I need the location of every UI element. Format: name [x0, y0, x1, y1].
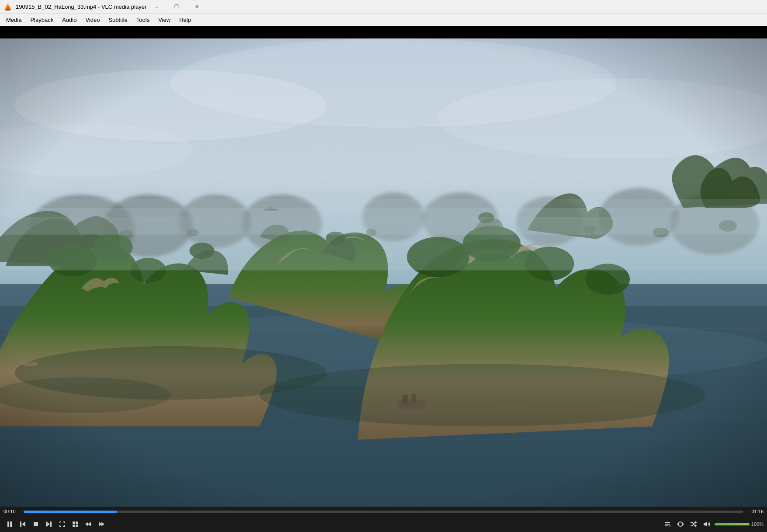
- menu-tools[interactable]: Tools: [132, 15, 154, 25]
- extended-settings-button[interactable]: [69, 518, 81, 530]
- svg-rect-77: [665, 525, 668, 526]
- svg-marker-81: [695, 525, 697, 527]
- frame-prev-icon: [85, 521, 92, 528]
- pause-button[interactable]: [3, 518, 16, 530]
- video-frame: [0, 38, 767, 507]
- menu-playback[interactable]: Playback: [26, 15, 58, 25]
- video-area[interactable]: [0, 38, 767, 507]
- playlist-icon: [664, 521, 671, 528]
- frame-next-icon: [98, 521, 105, 528]
- svg-rect-70: [76, 525, 78, 527]
- svg-rect-68: [76, 522, 78, 524]
- svg-rect-75: [665, 522, 670, 523]
- volume-area: 100%: [701, 518, 764, 530]
- window-title: 190915_B_02_HaLong_33.mp4 - VLC media pl…: [16, 3, 146, 10]
- time-total: 01:16: [747, 509, 764, 514]
- volume-fill: [715, 523, 750, 525]
- buttons-row: 100%: [0, 516, 767, 532]
- svg-rect-60: [7, 522, 9, 527]
- svg-rect-2: [6, 9, 10, 10]
- next-button[interactable]: [43, 518, 55, 530]
- menu-view[interactable]: View: [154, 15, 175, 25]
- volume-icon: [703, 521, 710, 528]
- next-icon: [45, 521, 52, 528]
- playlist-button[interactable]: [661, 518, 673, 530]
- progress-track[interactable]: [24, 511, 743, 513]
- svg-rect-69: [73, 525, 75, 527]
- restore-button[interactable]: ❐: [167, 0, 187, 14]
- time-current: 00:10: [3, 509, 20, 514]
- svg-marker-71: [88, 522, 91, 526]
- svg-marker-65: [46, 522, 50, 527]
- title-bar: 190915_B_02_HaLong_33.mp4 - VLC media pl…: [0, 0, 767, 14]
- frame-prev-button[interactable]: [82, 518, 94, 530]
- video-scene: [0, 38, 767, 507]
- menu-help[interactable]: Help: [175, 15, 195, 25]
- extended-settings-icon: [72, 521, 79, 528]
- minimize-button[interactable]: −: [146, 0, 167, 14]
- progress-fill: [24, 511, 117, 513]
- svg-rect-67: [73, 522, 75, 524]
- svg-rect-64: [34, 522, 38, 526]
- menu-bar: Media Playback Audio Video Subtitle Tool…: [0, 14, 767, 26]
- fullscreen-toggle-button[interactable]: [56, 518, 68, 530]
- svg-marker-83: [704, 522, 707, 527]
- svg-rect-59: [0, 38, 767, 507]
- loop-icon: [677, 521, 684, 528]
- svg-rect-61: [10, 522, 12, 527]
- frame-next-button[interactable]: [95, 518, 108, 530]
- svg-marker-72: [85, 522, 88, 526]
- stop-icon: [32, 521, 39, 528]
- close-button[interactable]: ✕: [187, 0, 207, 14]
- fullscreen-icon: [59, 521, 66, 528]
- volume-track[interactable]: [715, 523, 750, 525]
- volume-button[interactable]: [701, 518, 713, 530]
- progress-row: 00:10 01:16: [0, 507, 767, 516]
- prev-icon: [19, 521, 26, 528]
- top-black-bar: [0, 26, 767, 38]
- svg-marker-62: [22, 522, 25, 527]
- svg-marker-78: [670, 525, 671, 527]
- svg-rect-76: [665, 524, 670, 525]
- svg-marker-73: [99, 522, 102, 526]
- menu-audio[interactable]: Audio: [58, 15, 81, 25]
- loop-button[interactable]: [674, 518, 687, 530]
- svg-marker-74: [101, 522, 104, 526]
- controls-area: 00:10 01:16: [0, 507, 767, 532]
- menu-video[interactable]: Video: [81, 15, 104, 25]
- prev-button[interactable]: [17, 518, 29, 530]
- pause-icon: [6, 521, 13, 528]
- svg-marker-80: [677, 523, 678, 525]
- svg-rect-63: [20, 522, 21, 527]
- random-button[interactable]: [687, 518, 700, 530]
- volume-label: 100%: [751, 522, 764, 527]
- svg-rect-3: [5, 10, 10, 10]
- menu-media[interactable]: Media: [2, 15, 26, 25]
- menu-subtitle[interactable]: Subtitle: [104, 15, 132, 25]
- random-icon: [690, 521, 697, 528]
- stop-button[interactable]: [30, 518, 42, 530]
- svg-rect-66: [50, 522, 52, 527]
- vlc-icon: [3, 3, 12, 11]
- svg-marker-82: [695, 521, 697, 524]
